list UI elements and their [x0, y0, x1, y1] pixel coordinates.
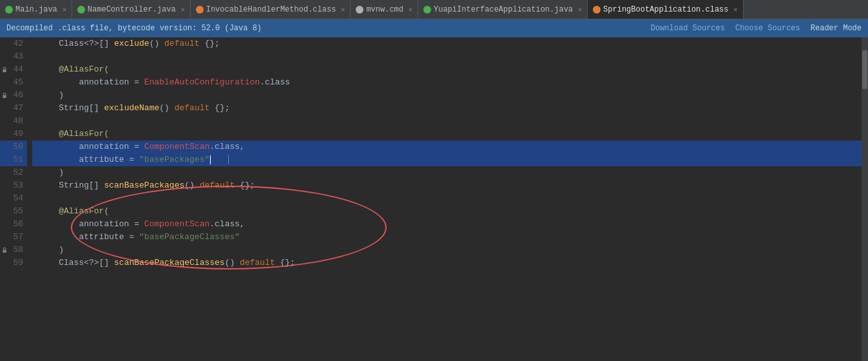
- tab-label: SpringBootApplication.class: [603, 5, 728, 14]
- code-line-57: attribute = "basePackageClasses": [32, 231, 862, 244]
- code-line-54: [32, 192, 862, 205]
- gutter-line-59: 59: [0, 257, 27, 269]
- code-line-50: annotation = ComponentScan.class,: [32, 141, 862, 153]
- tab-label: NameController.java: [88, 5, 176, 14]
- tab-invocable-handler[interactable]: InvocableHandlerMethod.class ✕: [191, 0, 351, 19]
- svg-rect-2: [3, 250, 6, 253]
- tab-label: InvocableHandlerMethod.class: [206, 5, 336, 14]
- code-line-48: [32, 115, 862, 128]
- gutter-line-55: 55: [0, 205, 27, 218]
- gutter-line-49: 49: [0, 128, 27, 141]
- code-line-55: @AliasFor(: [32, 205, 862, 218]
- scrollbar-thumb[interactable]: [862, 50, 867, 89]
- tab-mvnw-cmd[interactable]: mvnw.cmd ✕: [351, 0, 418, 19]
- reader-mode-label: Reader Mode: [811, 24, 862, 33]
- tab-label: YuapiInterfaceApplication.java: [434, 5, 573, 14]
- code-line-52: ): [32, 166, 862, 179]
- vertical-scrollbar[interactable]: [862, 37, 868, 361]
- code-line-42: Class<?>[] exclude() default {};: [32, 37, 862, 50]
- class-file-icon: [196, 6, 204, 14]
- download-sources-button[interactable]: Download Sources: [651, 24, 725, 33]
- code-line-44: @AliasFor(: [32, 63, 862, 76]
- text-cursor: [210, 155, 211, 164]
- code-line-59: Class<?>[] scanBasePackageClasses() defa…: [32, 257, 862, 269]
- code-line-53: String[] scanBasePackages() default {};: [32, 179, 862, 192]
- tab-yuapi-interface[interactable]: YuapiInterfaceApplication.java ✕: [418, 0, 588, 19]
- svg-rect-1: [3, 95, 6, 99]
- gutter-line-58: 58: [0, 244, 27, 257]
- tab-label: Main.java: [15, 5, 57, 14]
- code-line-46: ): [32, 89, 862, 102]
- cursor-position-indicator: │: [226, 153, 231, 166]
- tab-close-icon[interactable]: ✕: [734, 6, 738, 14]
- java-file-icon: [423, 6, 431, 14]
- line-number-gutter: 42 43 44 45 46 47: [0, 37, 32, 361]
- gutter-line-45: 45: [0, 76, 27, 89]
- lock-icon: [1, 66, 8, 73]
- lock-icon: [1, 92, 8, 99]
- class-file-icon: [593, 6, 601, 14]
- tab-label: mvnw.cmd: [366, 5, 403, 14]
- choose-sources-button[interactable]: Choose Sources: [735, 24, 800, 33]
- gutter-line-52: 52: [0, 166, 27, 179]
- code-line-56: annotation = ComponentScan.class,: [32, 218, 862, 231]
- gutter-line-47: 47: [0, 102, 27, 115]
- gutter-line-44: 44: [0, 63, 27, 76]
- code-line-45: annotation = EnableAutoConfiguration.cla…: [32, 76, 862, 89]
- code-line-58: ): [32, 244, 862, 257]
- code-line-47: String[] excludeName() default {};: [32, 102, 862, 115]
- gutter-line-53: 53: [0, 179, 27, 192]
- code-line-43: [32, 50, 862, 63]
- decompiled-message: Decompiled .class file, bytecode version…: [6, 24, 262, 33]
- gutter-line-56: 56: [0, 218, 27, 231]
- gutter-line-54: 54: [0, 192, 27, 205]
- java-file-icon: [77, 6, 85, 14]
- info-bar-actions: Download Sources Choose Sources Reader M…: [651, 24, 862, 33]
- java-file-icon: [5, 6, 13, 14]
- gutter-line-51: 51: [0, 153, 27, 166]
- cmd-file-icon: [356, 6, 363, 14]
- tab-close-icon[interactable]: ✕: [341, 6, 345, 14]
- tab-name-controller[interactable]: NameController.java ✕: [72, 0, 191, 19]
- tab-close-icon[interactable]: ✕: [409, 6, 412, 14]
- gutter-line-50: 50: [0, 141, 27, 153]
- gutter-line-46: 46: [0, 89, 27, 102]
- tab-bar: Main.java ✕ NameController.java ✕ Invoca…: [0, 0, 868, 19]
- code-line-49: @AliasFor(: [32, 128, 862, 141]
- tab-close-icon[interactable]: ✕: [578, 6, 582, 14]
- editor: 42 43 44 45 46 47: [0, 37, 868, 361]
- tab-close-icon[interactable]: ✕: [181, 6, 185, 14]
- gutter-line-42: 42: [0, 37, 27, 50]
- gutter-line-57: 57: [0, 231, 27, 244]
- info-bar: Decompiled .class file, bytecode version…: [0, 19, 868, 37]
- lock-icon: [1, 247, 8, 253]
- code-line-51: attribute = "basePackages" │: [32, 153, 862, 166]
- gutter-line-43: 43: [0, 50, 27, 63]
- tab-main-java[interactable]: Main.java ✕: [0, 0, 72, 19]
- gutter-line-48: 48: [0, 115, 27, 128]
- code-area[interactable]: Class<?>[] exclude() default {}; @AliasF…: [32, 37, 862, 361]
- tab-close-icon[interactable]: ✕: [63, 6, 66, 14]
- tab-spring-boot-app[interactable]: SpringBootApplication.class ✕: [588, 0, 743, 19]
- svg-rect-0: [3, 70, 6, 73]
